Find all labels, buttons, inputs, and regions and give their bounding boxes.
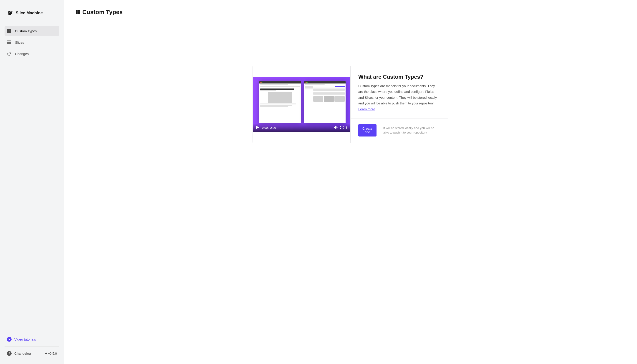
sidebar-item-label: Changes	[15, 52, 29, 56]
sidebar-item-changes[interactable]: Changes	[4, 49, 59, 59]
svg-rect-12	[78, 10, 80, 12]
main-content: Custom Types	[64, 0, 637, 364]
lightning-icon	[45, 352, 47, 355]
page-title: Custom Types	[82, 9, 122, 16]
svg-point-17	[346, 127, 347, 128]
version-badge: v0.5.0	[45, 352, 57, 355]
sidebar-item-label: Slices	[15, 40, 24, 44]
svg-rect-1	[7, 29, 9, 33]
svg-point-18	[346, 128, 347, 129]
video-tutorials-link[interactable]: Video tutorials	[4, 333, 59, 345]
sidebar-item-label: Custom Types	[15, 29, 37, 33]
svg-marker-14	[256, 126, 259, 129]
learn-more-link[interactable]: Learn more	[358, 108, 375, 111]
intro-card: 0:00 / 2:30	[252, 66, 448, 143]
svg-point-16	[346, 126, 347, 126]
svg-rect-2	[9, 29, 11, 31]
version-text: v0.5.0	[48, 352, 57, 355]
play-icon	[7, 337, 12, 342]
svg-marker-9	[8, 338, 10, 340]
svg-rect-11	[76, 10, 78, 14]
create-hint: It will be stored locally and you will b…	[383, 126, 440, 135]
fullscreen-button[interactable]	[340, 126, 344, 130]
info-icon: i	[7, 351, 12, 356]
sidebar: Slice Machine Custom Types Slices	[0, 0, 64, 364]
custom-types-header-icon	[76, 10, 80, 15]
mock-browser-left	[259, 81, 301, 123]
create-one-button[interactable]: Create one	[358, 124, 376, 136]
video-controls: 0:00 / 2:30	[253, 124, 350, 132]
sidebar-item-slices[interactable]: Slices	[4, 37, 59, 47]
svg-marker-15	[334, 126, 336, 129]
changelog-link[interactable]: i Changelog v0.5.0	[4, 348, 59, 360]
sidebar-item-custom-types[interactable]: Custom Types	[4, 26, 59, 36]
logo-row: Slice Machine	[4, 4, 59, 26]
svg-rect-13	[78, 12, 80, 14]
more-button[interactable]	[346, 126, 347, 130]
video-time: 0:00 / 2:30	[262, 126, 276, 130]
mock-browser-right	[304, 81, 346, 123]
svg-marker-8	[8, 55, 10, 56]
sidebar-bottom: Video tutorials i Changelog v0.5.0	[4, 333, 59, 360]
changelog-label: Changelog	[14, 352, 31, 355]
slices-icon	[7, 40, 12, 44]
video-tutorials-label: Video tutorials	[14, 338, 36, 341]
svg-rect-3	[9, 31, 11, 33]
custom-types-icon	[7, 29, 12, 33]
info-description: Custom Types are models for your documen…	[358, 83, 440, 112]
divider	[4, 346, 59, 346]
svg-marker-10	[45, 352, 47, 355]
changes-icon	[7, 52, 12, 56]
app-name: Slice Machine	[16, 11, 43, 16]
slice-machine-logo-icon	[7, 10, 13, 16]
play-button[interactable]	[256, 126, 259, 130]
action-block: Create one It will be stored locally and…	[350, 118, 448, 143]
page-header: Custom Types	[76, 9, 625, 16]
volume-button[interactable]	[334, 126, 338, 130]
video-panel: 0:00 / 2:30	[253, 66, 350, 143]
svg-rect-5	[7, 42, 11, 43]
svg-rect-6	[7, 43, 11, 44]
sidebar-nav: Custom Types Slices Changes	[4, 26, 59, 59]
tutorial-video[interactable]: 0:00 / 2:30	[253, 77, 350, 132]
info-panel: What are Custom Types? Custom Types are …	[350, 66, 448, 143]
svg-rect-4	[7, 40, 11, 42]
svg-marker-7	[8, 52, 10, 52]
info-heading: What are Custom Types?	[358, 74, 440, 80]
